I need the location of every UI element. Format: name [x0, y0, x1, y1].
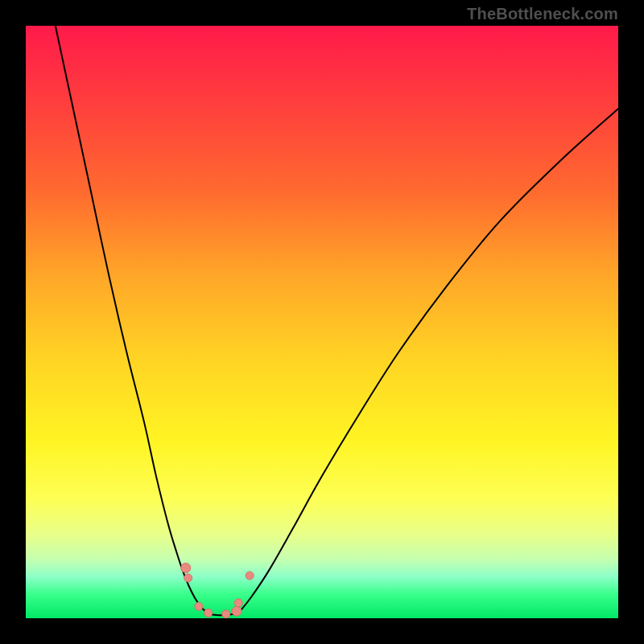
data-marker [232, 606, 242, 616]
data-marker [195, 602, 203, 610]
chart-svg [0, 0, 644, 644]
watermark-text: TheBottleneck.com [467, 5, 618, 23]
data-marker [184, 574, 192, 582]
data-marker [204, 609, 213, 617]
bottleneck-curve [56, 26, 618, 615]
data-marker [222, 610, 230, 618]
data-marker [181, 563, 191, 572]
data-marker [234, 599, 242, 607]
data-marker [246, 572, 254, 580]
chart-frame: TheBottleneck.com [0, 0, 644, 644]
